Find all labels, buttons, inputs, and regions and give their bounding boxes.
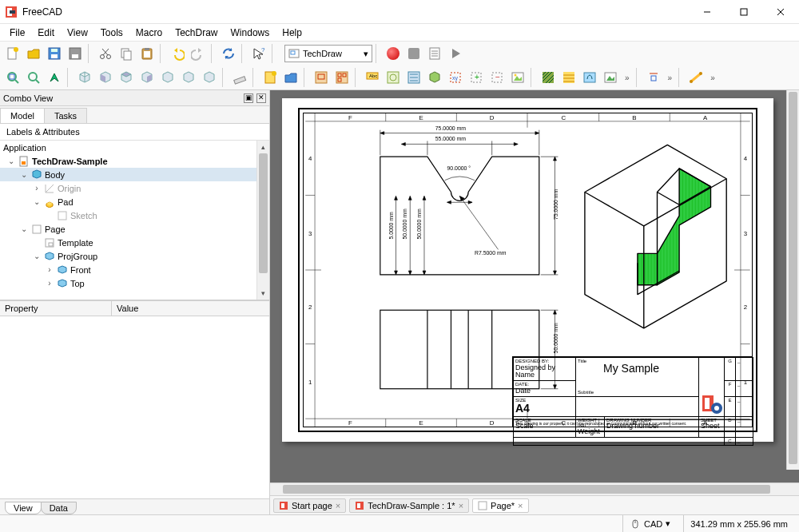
new-page-icon[interactable]: [260, 68, 280, 87]
tree-application[interactable]: Application: [0, 141, 269, 154]
tab-tasks[interactable]: Tasks: [44, 108, 87, 123]
tree-page[interactable]: ⌄Page: [0, 222, 269, 236]
tree-sketch[interactable]: Sketch: [0, 208, 269, 222]
clip-group-icon[interactable]: xy: [446, 68, 465, 87]
tree-scrollbar[interactable]: ▴▾: [256, 141, 269, 300]
svg-point-169: [714, 406, 719, 411]
insert-image-icon[interactable]: [508, 68, 527, 87]
insert-draft-icon[interactable]: [384, 68, 403, 87]
menu-windows[interactable]: Windows: [225, 26, 276, 40]
mouse-icon: [630, 518, 641, 530]
dimension-icon[interactable]: [644, 68, 663, 87]
menu-macro[interactable]: Macro: [129, 26, 169, 40]
save-as-icon[interactable]: [66, 44, 85, 63]
clip-add-icon[interactable]: +: [467, 68, 486, 87]
tree-pad[interactable]: ⌄Pad: [0, 195, 269, 208]
tree-top[interactable]: ›Top: [0, 276, 269, 290]
maximize-button[interactable]: [725, 0, 762, 23]
draw-style-icon[interactable]: [45, 68, 64, 87]
copy-icon[interactable]: [117, 44, 136, 63]
close-tab-icon[interactable]: ×: [459, 501, 463, 510]
doctab-sample[interactable]: TechDraw-Sample : 1*×: [349, 498, 469, 513]
tree-doc[interactable]: ⌄TechDraw-Sample: [0, 154, 269, 168]
doctab-start[interactable]: Start page×: [273, 498, 346, 513]
fit-selection-icon[interactable]: [24, 68, 43, 87]
geom-hatch-icon[interactable]: [559, 68, 578, 87]
view-top-icon[interactable]: [117, 68, 136, 87]
undo-icon[interactable]: [168, 44, 187, 63]
tree-template[interactable]: Template: [0, 236, 269, 249]
insert-view-icon[interactable]: [312, 68, 331, 87]
menu-file[interactable]: File: [3, 26, 31, 40]
bottom-tab-view[interactable]: View: [5, 502, 42, 514]
doctab-page[interactable]: Page*×: [472, 498, 528, 513]
tree-projgroup[interactable]: ⌄ProjGroup: [0, 249, 269, 263]
insert-arch-icon[interactable]: [404, 68, 423, 87]
panel-float-button[interactable]: ▣: [244, 93, 253, 103]
status-dimensions: 341.29 mm x 255.96 mm: [683, 515, 794, 532]
canvas-scrollbar-v[interactable]: [786, 90, 799, 470]
menu-help[interactable]: Help: [276, 26, 308, 40]
new-file-icon[interactable]: [3, 44, 22, 63]
property-grid[interactable]: PropertyValue: [0, 300, 269, 498]
insert-spreadsheet-icon[interactable]: [425, 68, 444, 87]
panel-close-button[interactable]: ✕: [256, 93, 266, 103]
hatch-icon[interactable]: [539, 68, 558, 87]
cut-icon[interactable]: [96, 44, 115, 63]
toolbar-overflow-2[interactable]: »: [665, 73, 676, 82]
insert-projgroup-icon[interactable]: [332, 68, 352, 87]
close-tab-icon[interactable]: ×: [518, 501, 523, 510]
menu-techdraw[interactable]: TechDraw: [169, 26, 224, 40]
svg-rect-47: [388, 72, 399, 83]
close-button[interactable]: [762, 0, 799, 23]
view-bottom-icon[interactable]: [179, 68, 198, 87]
workbench-selector[interactable]: TechDraw ▾: [284, 45, 372, 62]
menu-tools[interactable]: Tools: [94, 26, 129, 40]
macro-stop-icon[interactable]: [404, 44, 423, 63]
menu-view[interactable]: View: [61, 26, 94, 40]
window-title: FreeCAD: [22, 6, 689, 18]
svg-rect-13: [72, 54, 78, 58]
measure-icon[interactable]: [230, 68, 249, 87]
view-iso-icon[interactable]: [75, 68, 94, 87]
redo-icon[interactable]: [189, 44, 208, 63]
tab-model[interactable]: Model: [0, 108, 45, 123]
minimize-button[interactable]: [689, 0, 725, 23]
whatsthis-icon[interactable]: ?: [249, 44, 268, 63]
menu-edit[interactable]: Edit: [31, 26, 61, 40]
save-icon[interactable]: [45, 44, 64, 63]
refresh-icon[interactable]: [219, 44, 238, 63]
view-front-icon[interactable]: [96, 68, 115, 87]
symbol-icon[interactable]: [580, 68, 599, 87]
drawing-canvas[interactable]: FEDCBA FEDCBA 4321 4321: [270, 90, 799, 482]
macro-run-icon[interactable]: [446, 44, 465, 63]
open-file-icon[interactable]: [24, 44, 43, 63]
clip-remove-icon[interactable]: −: [487, 68, 507, 87]
macro-record-icon[interactable]: [384, 44, 403, 63]
toolbar-overflow-1[interactable]: »: [622, 73, 633, 82]
svg-point-78: [690, 80, 693, 83]
svg-point-33: [29, 73, 37, 81]
view-rear-icon[interactable]: [158, 68, 177, 87]
svg-text:E: E: [419, 114, 423, 121]
view-left-icon[interactable]: [200, 68, 219, 87]
canvas-scrollbar-h[interactable]: [270, 482, 799, 495]
close-tab-icon[interactable]: ×: [336, 501, 340, 510]
model-tree[interactable]: Application ⌄TechDraw-Sample ⌄Body ›Orig…: [0, 141, 269, 300]
toolbar-overflow-3[interactable]: »: [707, 73, 718, 82]
paste-icon[interactable]: [137, 44, 157, 63]
macro-list-icon[interactable]: [425, 44, 444, 63]
bottom-tab-data[interactable]: Data: [41, 502, 77, 514]
drawing-page[interactable]: FEDCBA FEDCBA 4321 4321: [282, 98, 773, 442]
tree-origin[interactable]: ›Origin: [0, 181, 269, 195]
fit-all-icon[interactable]: [3, 68, 22, 87]
new-page-template-icon[interactable]: [281, 68, 300, 87]
export-svg-icon[interactable]: [601, 68, 620, 87]
nav-style-selector[interactable]: CAD▾: [622, 515, 677, 532]
decorate-icon[interactable]: [686, 68, 706, 87]
view-right-icon[interactable]: [137, 68, 157, 87]
annotation-icon[interactable]: Abc: [363, 68, 382, 87]
title-block[interactable]: DESIGNED BY:Designed by Name Title Subti…: [512, 356, 752, 427]
tree-body[interactable]: ⌄Body: [0, 168, 269, 181]
tree-front[interactable]: ›Front: [0, 263, 269, 276]
